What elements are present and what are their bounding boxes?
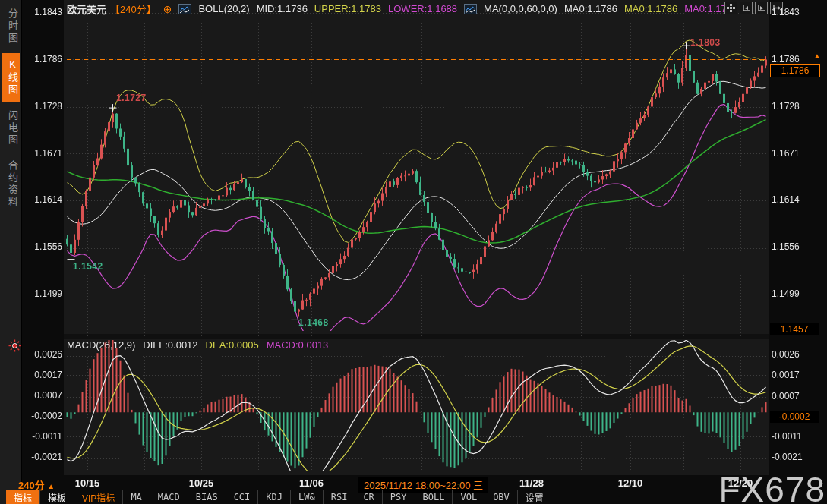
latest-price-marker-icon[interactable]: ▲ <box>813 52 821 60</box>
period-tag[interactable]: 【240分】 <box>110 2 156 16</box>
date-axis-label: 10/25 <box>189 477 214 489</box>
swing-low-label: 1.1542 <box>73 261 103 272</box>
price-axis-label: 1.1843 <box>0 7 62 17</box>
date-axis-label: 11/06 <box>299 477 324 489</box>
chevron-up-icon: ▲ <box>47 482 55 490</box>
swing-high-label: 1.1803 <box>690 37 721 48</box>
boll-upper-readout: UPPER:1.1783 <box>314 3 381 14</box>
macd-readout: MACD:0.0013 <box>267 339 329 351</box>
dea-readout: DEA:0.0005 <box>206 339 259 351</box>
macd-axis-label: 0.0017 <box>772 370 825 380</box>
tab-cci[interactable]: CCI <box>226 490 258 504</box>
price-axis-label: 1.1556 <box>0 241 62 252</box>
price-axis-label: 1.1556 <box>772 241 825 252</box>
macd-axis-label: -0.0021 <box>0 452 62 462</box>
chart-header: 欧元美元 【240分】 ⊕ BOLL(20,2) MID:1.1736 UPPE… <box>67 2 737 16</box>
macd-header: MACD(26,12,9) DIFF:0.0012 DEA:0.0005 MAC… <box>67 339 328 351</box>
current-price-tag: 1.1786 <box>770 64 820 77</box>
range-low-tag: 1.1457 <box>770 323 819 335</box>
price-axis-label: 1.1728 <box>772 101 825 112</box>
ma0-yellow-readout: MA0:1.1786 <box>624 3 677 14</box>
axis-shift-right-icon[interactable] <box>755 2 768 14</box>
left-sidebar: 分时图 K线图 闪电图 合约资料 <box>0 0 22 504</box>
boll-lower-readout: LOWER:1.1688 <box>388 3 457 14</box>
macd-params-label: MACD(26,12,9) <box>67 339 135 351</box>
price-axis-label: 1.1843 <box>772 7 825 17</box>
price-axis-label: 1.1671 <box>772 148 825 159</box>
pan-mode-icon[interactable] <box>724 2 737 14</box>
sidebar-item-flash-chart[interactable]: 闪电图 <box>2 105 20 152</box>
line-chart-icon[interactable] <box>178 4 191 14</box>
swing-low-label: 1.1468 <box>298 317 329 328</box>
macd-axis-label: 0.0007 <box>772 390 820 402</box>
date-axis-label: 10/15 <box>75 477 100 489</box>
tab-psy[interactable]: PSY <box>382 490 415 504</box>
date-axis-label: 11/28 <box>519 477 544 489</box>
period-label: 240分 <box>18 480 45 491</box>
price-axis-label: 1.1671 <box>0 148 62 159</box>
tab-vol[interactable]: VOL <box>452 490 485 504</box>
sidebar-item-contract-info[interactable]: 合约资料 <box>2 155 20 214</box>
macd-axis-label: 0.0007 <box>0 390 62 401</box>
price-chart-canvas[interactable] <box>0 0 827 504</box>
axis-shift-left-icon[interactable] <box>740 2 753 14</box>
ma-label: MA(0,0,0,60,0,0) <box>484 3 557 14</box>
price-axis-label: 1.1728 <box>0 101 62 112</box>
symbol-name: 欧元美元 <box>67 2 106 16</box>
tab-template[interactable]: 模板 <box>39 490 74 504</box>
price-axis-label: 1.1614 <box>772 194 825 205</box>
tab-bias[interactable]: BIAS <box>188 490 226 504</box>
macd-axis-label: 0.0017 <box>0 370 62 380</box>
tab-ma[interactable]: MA <box>122 490 149 504</box>
price-axis-label: 1.1499 <box>772 288 825 299</box>
tab-rsi[interactable]: RSI <box>323 490 355 504</box>
boll-label: BOLL(20,2) <box>198 3 249 14</box>
date-axis-label: 12/10 <box>618 477 643 489</box>
macd-axis-label: -0.0011 <box>772 431 825 442</box>
boll-mid-readout: MID:1.1736 <box>257 3 308 14</box>
macd-axis-label: -0.0011 <box>0 431 62 442</box>
ma0-white-readout: MA0:1.1786 <box>564 3 617 14</box>
diff-readout: DIFF:0.0012 <box>143 339 197 351</box>
link-icon[interactable]: ⊕ <box>163 3 172 15</box>
fx678-watermark: FX678 <box>718 469 825 504</box>
tab-kdj[interactable]: KDJ <box>257 490 290 504</box>
price-axis-label: 1.1614 <box>0 194 62 205</box>
macd-axis-label: -0.0002 <box>0 411 62 421</box>
tab-lwr[interactable]: LW& <box>290 490 323 504</box>
tab-settings[interactable]: 设置 <box>517 490 551 504</box>
tab-vip-indicator[interactable]: VIP指标 <box>74 490 122 504</box>
swing-high-label: 1.1727 <box>116 93 147 103</box>
red-sun-icon[interactable] <box>8 339 21 355</box>
macd-axis-label: -0.0021 <box>772 452 825 462</box>
tab-macd[interactable]: MACD <box>150 490 188 504</box>
price-axis-label: 1.1786 <box>0 54 62 65</box>
macd-axis-label: 0.0026 <box>772 349 825 360</box>
tab-obv[interactable]: OBV <box>485 490 517 504</box>
tab-cr[interactable]: CR <box>355 490 381 504</box>
tab-indicator[interactable]: 指标 <box>6 490 39 504</box>
price-axis-label: 1.1499 <box>0 288 62 299</box>
line-chart-icon[interactable] <box>464 4 477 14</box>
tab-boll[interactable]: BOLL <box>415 490 453 504</box>
macd-current-tag: -0.0002 <box>770 411 819 423</box>
indicator-toolbar: 指标 模板 VIP指标 MA MACD BIAS CCI KDJ LW& RSI… <box>6 490 551 504</box>
